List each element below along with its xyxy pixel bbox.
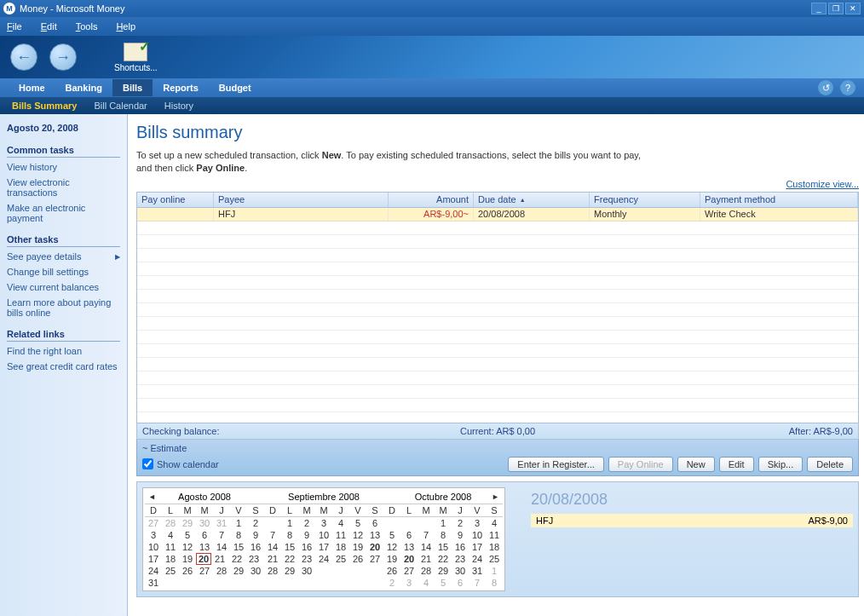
cal-day[interactable]: 18 — [486, 541, 503, 553]
cal-day[interactable] — [264, 517, 281, 529]
cal-day[interactable]: 28 — [264, 565, 281, 577]
skip-button[interactable]: Skip... — [758, 457, 804, 472]
minimize-button[interactable]: _ — [811, 3, 827, 14]
cal-day[interactable]: 8 — [435, 529, 452, 541]
sync-icon[interactable]: ↺ — [818, 80, 833, 95]
task-make-an-electronic-payment[interactable]: Make an electronic payment — [7, 200, 120, 226]
cal-day[interactable]: 14 — [264, 541, 281, 553]
menu-edit[interactable]: Edit — [41, 21, 57, 32]
cal-day[interactable]: 27 — [145, 517, 162, 529]
cal-day[interactable]: 3 — [145, 529, 162, 541]
close-button[interactable]: ✕ — [845, 3, 861, 14]
help-icon[interactable]: ? — [840, 80, 855, 95]
cal-day[interactable]: 26 — [383, 565, 400, 577]
cal-day[interactable]: 6 — [400, 529, 418, 541]
cal-day[interactable]: 7 — [469, 577, 486, 589]
nav-reports[interactable]: Reports — [153, 79, 209, 96]
cal-day[interactable]: 23 — [245, 553, 262, 565]
cal-day[interactable] — [383, 517, 400, 529]
cal-day[interactable]: 8 — [230, 529, 247, 541]
subnav-history[interactable]: History — [156, 98, 202, 113]
cal-day[interactable]: 29 — [281, 565, 298, 577]
cal-next-button[interactable]: ► — [488, 492, 503, 501]
cal-day[interactable]: 22 — [435, 553, 452, 565]
task-view-electronic-transactions[interactable]: View electronic transactions — [7, 175, 120, 200]
cal-day[interactable]: 21 — [418, 553, 435, 565]
cal-day[interactable]: 11 — [486, 529, 503, 541]
cal-day[interactable]: 12 — [179, 541, 196, 553]
cal-day[interactable]: 5 — [383, 529, 400, 541]
table-body[interactable]: HFJAR$-9,00~20/08/2008MonthlyWrite Check — [137, 208, 858, 423]
cal-day[interactable]: 23 — [452, 553, 469, 565]
cal-day[interactable]: 25 — [486, 553, 503, 565]
cal-day[interactable]: 17 — [469, 541, 486, 553]
detail-row[interactable]: HFJ AR$-9,00 — [531, 514, 853, 527]
cal-day[interactable]: 31 — [469, 565, 486, 577]
col-frequency[interactable]: Frequency — [590, 193, 700, 207]
cal-day[interactable]: 27 — [366, 553, 383, 565]
cal-day[interactable]: 2 — [383, 577, 400, 589]
cal-day[interactable]: 15 — [230, 541, 247, 553]
col-duedate[interactable]: Due date▲ — [474, 193, 590, 207]
cal-day[interactable]: 11 — [332, 529, 349, 541]
cal-day[interactable]: 1 — [486, 565, 503, 577]
cal-day[interactable]: 28 — [213, 565, 230, 577]
back-button[interactable]: ← — [10, 43, 37, 71]
task-see-payee-details[interactable]: See payee details▶ — [7, 249, 120, 264]
cal-day[interactable]: 31 — [213, 517, 230, 529]
cal-day[interactable]: 25 — [162, 565, 179, 577]
cal-day[interactable]: 28 — [162, 517, 179, 529]
cal-day[interactable]: 2 — [452, 517, 469, 529]
cal-day[interactable]: 9 — [452, 529, 469, 541]
enter-register-button[interactable]: Enter in Register... — [508, 457, 604, 472]
task-learn-more-about-paying-bills-online[interactable]: Learn more about paying bills online — [7, 295, 120, 320]
nav-bills[interactable]: Bills — [112, 79, 153, 96]
task-see-great-credit-card-rates[interactable]: See great credit card rates — [7, 359, 120, 374]
cal-day[interactable]: 11 — [162, 541, 179, 553]
cal-day[interactable]: 3 — [400, 577, 418, 589]
subnav-bills-summary[interactable]: Bills Summary — [3, 98, 85, 113]
customize-view-link[interactable]: Customize view... — [786, 179, 859, 189]
nav-banking[interactable]: Banking — [55, 79, 112, 96]
cal-day[interactable]: 31 — [145, 577, 162, 589]
task-view-current-balances[interactable]: View current balances — [7, 279, 120, 295]
cal-day[interactable]: 4 — [486, 517, 503, 529]
cal-day[interactable]: 16 — [452, 541, 469, 553]
cal-day[interactable]: 28 — [418, 565, 435, 577]
cal-day[interactable]: 2 — [247, 517, 264, 529]
delete-button[interactable]: Delete — [807, 457, 853, 472]
cal-day[interactable]: 25 — [332, 553, 349, 565]
cal-day[interactable]: 7 — [418, 529, 435, 541]
task-view-history[interactable]: View history — [7, 159, 120, 175]
cal-day[interactable]: 9 — [247, 529, 264, 541]
new-button[interactable]: New — [677, 457, 715, 472]
cal-day[interactable]: 12 — [383, 541, 400, 553]
nav-home[interactable]: Home — [9, 79, 55, 96]
cal-prev-button[interactable]: ◄ — [145, 492, 159, 501]
pay-online-button[interactable]: Pay Online — [608, 457, 673, 472]
cal-day[interactable]: 24 — [315, 553, 332, 565]
cal-day[interactable]: 5 — [435, 577, 452, 589]
cal-day[interactable]: 27 — [400, 565, 418, 577]
cal-day[interactable]: 4 — [418, 577, 435, 589]
task-change-bill-settings[interactable]: Change bill settings — [7, 264, 120, 279]
shortcuts-button[interactable]: Shortcuts... — [114, 43, 158, 72]
cal-day[interactable]: 12 — [349, 529, 366, 541]
cal-day[interactable]: 17 — [315, 541, 332, 553]
col-amount[interactable]: Amount — [389, 193, 474, 207]
cal-day[interactable]: 3 — [315, 517, 332, 529]
col-method[interactable]: Payment method — [700, 193, 858, 207]
cal-day[interactable]: 6 — [366, 517, 383, 529]
cal-day[interactable]: 1 — [435, 517, 452, 529]
cal-day[interactable]: 1 — [230, 517, 247, 529]
cal-day[interactable]: 22 — [281, 553, 298, 565]
cal-day[interactable]: 29 — [179, 517, 196, 529]
cal-day[interactable]: 7 — [264, 529, 281, 541]
show-calendar-checkbox[interactable]: Show calendar — [142, 458, 219, 469]
cal-day[interactable]: 9 — [298, 529, 315, 541]
cal-day[interactable]: 19 — [349, 541, 366, 553]
cal-day[interactable]: 13 — [196, 541, 213, 553]
cal-day[interactable]: 15 — [281, 541, 298, 553]
subnav-bill-calendar[interactable]: Bill Calendar — [85, 98, 155, 113]
cal-day[interactable]: 27 — [196, 565, 213, 577]
